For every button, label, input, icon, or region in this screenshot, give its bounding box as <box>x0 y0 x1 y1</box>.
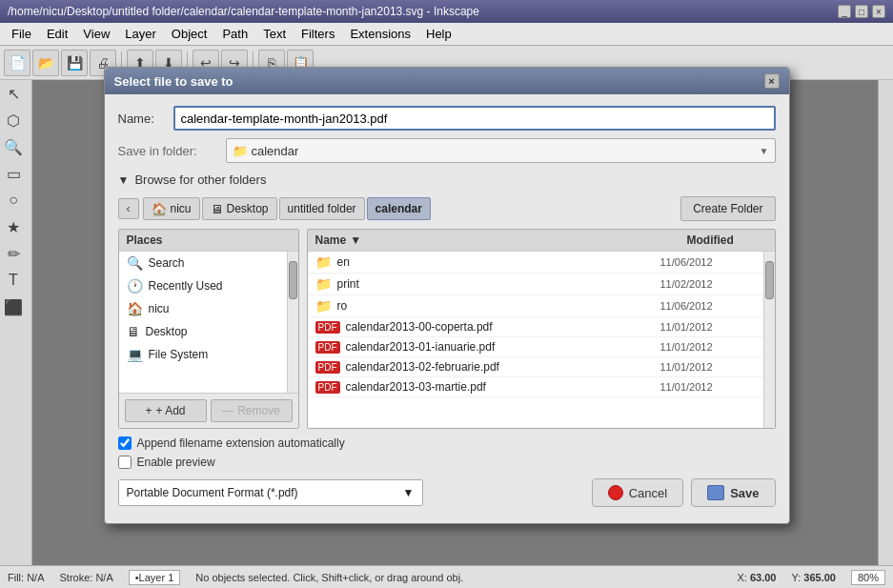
files-scroll-thumb[interactable] <box>765 261 774 299</box>
browse-label: Browse for other folders <box>134 172 266 187</box>
append-ext-row: Append filename extension automatically <box>118 436 776 450</box>
places-item-filesystem[interactable]: 💻 File System <box>119 343 287 366</box>
file-row[interactable]: 📁 ro 11/06/2012 <box>308 295 763 317</box>
sort-icon: ▼ <box>350 233 361 247</box>
dialog-titlebar: Select file to save to × <box>105 68 789 94</box>
places-item-recent[interactable]: 🕐 Recently Used <box>119 274 287 297</box>
files-list: 📁 en 11/06/2012 📁 print <box>308 252 763 428</box>
desktop-icon: 🖥 <box>127 324 140 339</box>
crumb-desktop[interactable]: 🖥 Desktop <box>202 197 277 220</box>
savefolder-row: Save in folder: 📁 calendar ▼ <box>118 138 776 163</box>
savefolder-value: calendar <box>252 144 299 158</box>
filename-input[interactable] <box>173 106 776 131</box>
nav-back-button[interactable]: ‹ <box>118 198 139 219</box>
places-item-label: Recently Used <box>149 279 223 293</box>
file-row[interactable]: PDF calendar2013-00-coperta.pdf 11/01/20… <box>308 317 763 337</box>
bottom-row: Portable Document Format (*.pdf) ▼ Cance… <box>118 478 776 507</box>
col-modified-header[interactable]: Modified <box>680 230 775 251</box>
places-panel: Places 🔍 Search 🕐 Recently Used <box>118 229 299 429</box>
filename-row: Name: <box>118 106 776 131</box>
file-row[interactable]: PDF calendar2013-03-martie.pdf 11/01/201… <box>308 377 763 397</box>
places-item-search[interactable]: 🔍 Search <box>119 252 287 274</box>
folder-icon: 📁 <box>233 144 248 158</box>
file-browser: Places 🔍 Search 🕐 Recently Used <box>118 229 776 429</box>
places-item-label: Desktop <box>146 325 188 338</box>
minus-icon: — <box>222 404 233 417</box>
dialog-title: Select file to save to <box>114 74 233 89</box>
create-folder-button[interactable]: Create Folder <box>680 196 775 221</box>
crumb-calendar[interactable]: calendar <box>367 197 431 220</box>
cancel-icon <box>608 485 623 500</box>
savefolder-label: Save in folder: <box>118 144 218 158</box>
places-scroll-thumb[interactable] <box>289 261 297 299</box>
home-icon: 🏠 <box>127 301 143 316</box>
recent-icon: 🕐 <box>127 278 143 294</box>
enable-preview-row: Enable preview <box>118 456 776 469</box>
file-row[interactable]: PDF calendar2013-01-ianuarie.pdf 11/01/2… <box>308 337 763 357</box>
places-item-nicu[interactable]: 🏠 nicu <box>119 297 287 320</box>
savefolder-combo[interactable]: 📁 calendar ▼ <box>226 138 776 163</box>
pdf-icon: PDF <box>315 341 340 354</box>
places-actions: + + Add — Remove <box>119 393 298 428</box>
append-ext-label[interactable]: Append filename extension automatically <box>137 436 345 450</box>
save-dialog: Select file to save to × Name: Save in f… <box>104 67 790 524</box>
crumb-untitled-folder[interactable]: untitled folder <box>279 197 365 220</box>
enable-preview-label[interactable]: Enable preview <box>137 456 215 469</box>
search-icon: 🔍 <box>127 255 143 271</box>
file-row[interactable]: PDF calendar2013-02-februarie.pdf 11/01/… <box>308 357 763 377</box>
navigation-bar: ‹ 🏠 nicu 🖥 Desktop untitled folder calen <box>118 196 776 221</box>
places-scrollbar[interactable] <box>287 252 298 393</box>
places-header: Places <box>119 230 298 252</box>
combo-arrow-icon: ▼ <box>760 146 769 156</box>
places-item-label: nicu <box>149 302 170 315</box>
places-item-label: Search <box>149 256 185 270</box>
folder-icon: 📁 <box>315 254 332 270</box>
pdf-icon: PDF <box>315 321 340 334</box>
append-ext-checkbox[interactable] <box>118 436 132 450</box>
breadcrumb: 🏠 nicu 🖥 Desktop untitled folder calenda… <box>143 197 431 220</box>
files-panel: Name ▼ Modified 📁 <box>307 229 776 429</box>
browse-arrow-icon: ▼ <box>118 173 130 187</box>
places-item-label: File System <box>149 348 209 361</box>
dialog-close-button[interactable]: × <box>764 73 780 89</box>
cancel-button[interactable]: Cancel <box>592 478 683 507</box>
col-name-header[interactable]: Name ▼ <box>308 230 680 251</box>
files-scrollbar[interactable] <box>763 252 775 428</box>
folder-icon: 📁 <box>315 276 332 292</box>
places-list: 🔍 Search 🕐 Recently Used 🏠 nicu <box>119 252 287 393</box>
save-icon <box>707 485 724 500</box>
pdf-icon: PDF <box>315 381 340 394</box>
name-label: Name: <box>118 112 166 126</box>
add-place-button[interactable]: + + Add <box>125 399 207 422</box>
format-select[interactable]: Portable Document Format (*.pdf) ▼ <box>118 479 423 506</box>
enable-preview-checkbox[interactable] <box>118 456 132 469</box>
files-header: Name ▼ Modified <box>308 230 775 252</box>
browse-toggle[interactable]: ▼ Browse for other folders <box>118 172 776 187</box>
crumb-desktop-icon: 🖥 <box>211 202 223 216</box>
crumb-nicu-icon: 🏠 <box>152 202 167 216</box>
pdf-icon: PDF <box>315 361 340 374</box>
save-button[interactable]: Save <box>691 478 775 507</box>
file-row[interactable]: 📁 print 11/02/2012 <box>308 274 763 295</box>
dialog-body: Name: Save in folder: 📁 calendar ▼ ▼ <box>105 94 789 518</box>
crumb-nicu[interactable]: 🏠 nicu <box>143 197 200 220</box>
folder-icon: 📁 <box>315 298 332 314</box>
filesystem-icon: 💻 <box>127 347 143 362</box>
dialog-actions: Cancel Save <box>592 478 776 507</box>
places-item-desktop[interactable]: 🖥 Desktop <box>119 320 287 343</box>
file-row[interactable]: 📁 en 11/06/2012 <box>308 252 763 274</box>
format-arrow-icon: ▼ <box>403 486 415 499</box>
format-label: Portable Document Format (*.pdf) <box>127 486 298 499</box>
remove-place-button[interactable]: — Remove <box>211 399 293 422</box>
dialog-overlay: Select file to save to × Name: Save in f… <box>0 0 893 588</box>
plus-icon: + <box>145 404 152 417</box>
checkbox-area: Append filename extension automatically … <box>118 436 776 469</box>
